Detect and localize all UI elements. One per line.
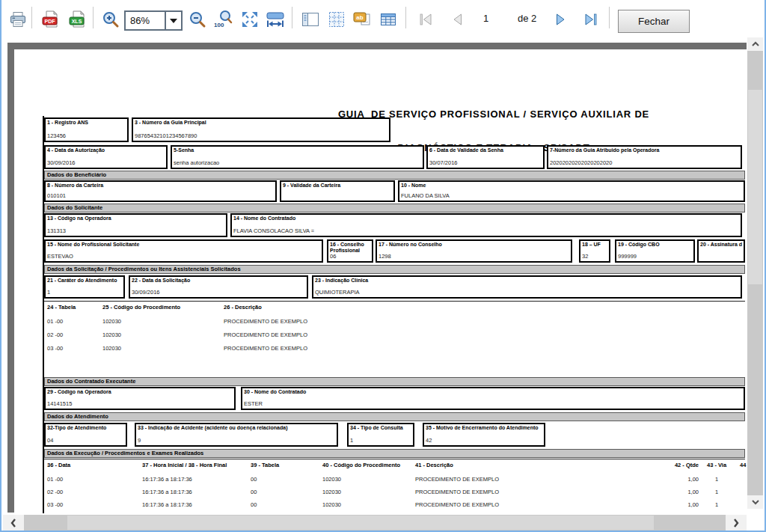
cell: 02 -00 bbox=[47, 489, 63, 495]
cell: 1 bbox=[707, 501, 726, 508]
cell: 102030 bbox=[322, 489, 341, 495]
column-header: 44 bbox=[740, 462, 746, 468]
field-label: 3 - Número da Guia Principal bbox=[133, 119, 389, 126]
field-carater-atendimento: 21 - Caráter do Atendimento 1 bbox=[44, 275, 125, 299]
section-dados-solicitante: Dados do Solicitante bbox=[44, 204, 745, 213]
toggle-panel-button[interactable] bbox=[299, 10, 322, 31]
calculator-icon bbox=[379, 10, 398, 32]
field-tipo-consulta: 34 - Tipo de Consulta 1 bbox=[347, 423, 414, 447]
field-value: 98765432101234567890 bbox=[135, 132, 197, 139]
field-profissional-solicitante: 15 - Nome do Profissional Solicitante ES… bbox=[44, 239, 323, 263]
zoom-level-value: 86% bbox=[126, 15, 165, 26]
field-value: ESTER bbox=[244, 400, 263, 407]
field-value: 32 bbox=[582, 253, 588, 260]
zoom-dropdown-button[interactable] bbox=[165, 12, 181, 29]
scroll-down-button[interactable] bbox=[747, 495, 763, 509]
column-header: 24 - Tabela bbox=[47, 304, 76, 311]
cell: 00 bbox=[251, 476, 257, 483]
column-header: 43 - Via bbox=[707, 462, 726, 468]
fit-width-button[interactable] bbox=[265, 10, 286, 31]
field-label: 29 - Código na Operadora bbox=[46, 388, 234, 395]
field-guia-operadora: 7-Número da Guia Atribuido pela Operador… bbox=[547, 145, 742, 169]
next-page-button[interactable] bbox=[550, 10, 571, 31]
section-dados-solicitacao: Dados da Solicitação / Procedimentos ou … bbox=[44, 265, 745, 274]
viewer-frame-top bbox=[7, 43, 747, 49]
xls-icon-label: XLS bbox=[72, 18, 82, 23]
chevron-right-icon bbox=[733, 519, 739, 528]
field-value: 1 bbox=[350, 437, 353, 444]
next-page-icon bbox=[551, 10, 569, 31]
field-value: 04 bbox=[47, 437, 53, 444]
field-codigo-operadora-solicitante: 13 - Código na Operadora 131313 bbox=[44, 213, 227, 237]
execution-table: 36 - Data 37 - Hora Inicial / 38 - Hora … bbox=[44, 459, 745, 514]
scroll-up-button[interactable] bbox=[747, 37, 763, 51]
prev-page-button[interactable] bbox=[447, 10, 468, 31]
field-value: 42 bbox=[426, 437, 432, 444]
export-pdf-button[interactable]: PDF bbox=[40, 10, 61, 31]
column-header: 41 - Descrição bbox=[415, 462, 453, 468]
vertical-scrollbar[interactable] bbox=[747, 37, 763, 509]
field-label: 16 - Conselho Profissional bbox=[328, 241, 372, 254]
field-value: 999999 bbox=[618, 253, 637, 260]
search-text-button[interactable]: ab bbox=[352, 10, 373, 31]
field-value: FULANO DA SILVA bbox=[401, 192, 450, 199]
grid-view-button[interactable] bbox=[326, 10, 347, 31]
cell: 03 -00 bbox=[47, 501, 63, 508]
column-header: 36 - Data bbox=[47, 462, 70, 468]
field-label: 35 - Motivo de Encerramento do Atendimen… bbox=[424, 424, 544, 431]
field-nome-contratado-solicitante: 14 - Nome do Contratado FLAVIA CONSOLACA… bbox=[230, 213, 742, 237]
first-page-button[interactable] bbox=[416, 10, 437, 31]
field-label: 34 - Tipo de Consulta bbox=[349, 424, 413, 431]
field-value: 123456 bbox=[47, 132, 66, 139]
field-conselho-profissional: 16 - Conselho Profissional 06 bbox=[327, 239, 373, 263]
cell: 1 bbox=[707, 476, 726, 483]
toolbar-separator bbox=[93, 7, 94, 28]
field-label: 18 – UF bbox=[580, 241, 609, 248]
field-registro-ans: 1 - Registro ANS 123456 bbox=[44, 117, 129, 142]
field-value: 30/09/2016 bbox=[47, 159, 76, 166]
field-numero-conselho: 17 - Número no Conselho 1298 bbox=[376, 239, 572, 263]
field-value: 1298 bbox=[379, 253, 391, 260]
field-numero-guia-principal: 3 - Número da Guia Principal 98765432101… bbox=[132, 117, 390, 142]
xls-icon: XLS bbox=[68, 10, 88, 32]
horizontal-scroll-thumb[interactable] bbox=[67, 516, 654, 530]
field-value: ESTEVAO bbox=[47, 253, 73, 260]
zoom-level-select[interactable]: 86% bbox=[124, 10, 183, 31]
page-number-input[interactable]: 1 bbox=[483, 13, 488, 24]
field-value: 010101 bbox=[47, 192, 66, 199]
cell: 00 bbox=[251, 489, 257, 495]
zoom-out-button[interactable] bbox=[187, 10, 208, 31]
column-header: 26 - Descrição bbox=[224, 304, 262, 311]
fit-page-icon bbox=[240, 10, 260, 32]
fit-page-button[interactable] bbox=[239, 10, 260, 31]
field-value: 131313 bbox=[47, 227, 66, 234]
scroll-right-button[interactable] bbox=[726, 515, 747, 531]
toolbar-separator bbox=[609, 7, 610, 28]
zoom-in-button[interactable] bbox=[100, 10, 121, 31]
horizontal-scrollbar[interactable] bbox=[3, 515, 747, 531]
field-value: 20202020202020202020 bbox=[550, 159, 612, 166]
print-button[interactable] bbox=[7, 10, 28, 31]
field-value: 9 bbox=[138, 437, 141, 444]
chevron-down-icon bbox=[752, 499, 759, 505]
cell: 00 bbox=[251, 501, 257, 508]
viewer-frame-left bbox=[7, 43, 14, 513]
field-senha: 5-Senha senha autorizacao bbox=[171, 145, 424, 169]
field-tipo-atendimento: 32-Tipo de Atendimento 04 bbox=[44, 423, 127, 447]
calculator-button[interactable] bbox=[377, 10, 399, 31]
chevron-left-icon bbox=[10, 519, 16, 528]
export-xls-button[interactable]: XLS bbox=[67, 10, 88, 31]
vertical-scroll-thumb[interactable] bbox=[748, 90, 762, 284]
last-page-button[interactable] bbox=[580, 10, 601, 31]
cell: PROCEDIMENTO DE EXEMPLO bbox=[224, 345, 307, 352]
field-value: 1 bbox=[47, 289, 50, 296]
field-label: 13 - Código na Operadora bbox=[46, 215, 226, 221]
scroll-left-button[interactable] bbox=[3, 515, 24, 531]
field-value: FLAVIA CONSOLACAO SILVA = bbox=[233, 227, 314, 234]
field-label: 1 - Registro ANS bbox=[46, 119, 127, 126]
column-header: 42 - Qtde bbox=[643, 462, 699, 468]
close-button[interactable]: Fechar bbox=[618, 10, 690, 33]
zoom-100-button[interactable]: 100 bbox=[212, 10, 233, 31]
page-count-label: de 2 bbox=[518, 13, 536, 24]
cell: 02 -00 bbox=[47, 331, 63, 338]
